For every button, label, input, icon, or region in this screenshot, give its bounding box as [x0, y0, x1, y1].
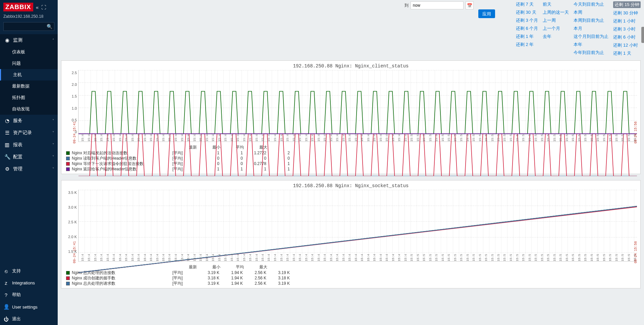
quick-range-link[interactable]: 还剩 30 天	[516, 9, 538, 15]
quick-range-link[interactable]: 本年	[574, 42, 608, 48]
nav-hosts[interactable]: 主机	[0, 69, 58, 80]
calendar-icon[interactable]: 📅	[466, 1, 474, 9]
quick-range-link[interactable]: 还剩 12 小时	[613, 42, 641, 48]
chevron-down-icon: ˅	[52, 119, 54, 123]
bar-icon: ▥	[4, 142, 10, 148]
quick-range-link[interactable]: 上周的这一天	[543, 9, 569, 15]
chevron-down-icon: ˅	[52, 131, 54, 135]
quick-range-link[interactable]: 还剩 6 小时	[613, 34, 641, 40]
search-box: 🔍	[3, 22, 54, 31]
search-icon[interactable]: 🔍	[47, 24, 52, 29]
nav-maps[interactable]: 拓扑图	[0, 92, 58, 103]
quick-range-link[interactable]: 这个月到目前为止	[574, 34, 608, 40]
to-label: 到	[405, 3, 409, 8]
footer-nav: ⎋支持 zIntegrations ?帮助 👤User settings ⏻退出	[0, 265, 58, 325]
wrench-icon: 🔧	[4, 154, 10, 160]
nav-asset[interactable]: ☰资产记录˅	[0, 127, 58, 139]
quick-range-link[interactable]: 本月	[574, 25, 608, 32]
nav-dashboard[interactable]: 仪表板	[0, 46, 58, 58]
chevron-down-icon: ˅	[52, 167, 54, 171]
to-row: 到 📅	[405, 1, 474, 9]
host-label: Zabbix192.168.250.18	[0, 14, 58, 21]
chart-area[interactable]: 3.5 K3.0 K2.5 K2.0 K1.5 K15:41:0015:41:1…	[65, 190, 637, 262]
chevron-down-icon: ˅	[52, 143, 54, 147]
nav-integrations[interactable]: zIntegrations	[0, 277, 58, 289]
integr-icon: z	[3, 280, 9, 286]
nav-logout[interactable]: ⏻退出	[0, 313, 58, 325]
quick-range-link[interactable]: 还剩 1 年	[516, 34, 538, 40]
apply-button[interactable]: 应用	[478, 9, 495, 18]
x-axis: 15:41:0015:41:1015:41:2015:41:3015:41:40…	[78, 134, 637, 142]
nav-latest[interactable]: 最新数据	[0, 80, 58, 92]
collapse-icon[interactable]: «	[36, 4, 39, 10]
quick-range-link[interactable]: 上一周	[543, 17, 569, 23]
main-content: 到 📅 应用 还剩 7 天还剩 30 天还剩 3 个月还剩 6 个月还剩 1 年…	[58, 0, 644, 325]
help-icon: ?	[3, 292, 9, 298]
clock-icon: ◔	[4, 118, 10, 124]
expand-icon[interactable]: ⛶	[41, 4, 46, 10]
quick-range-link[interactable]: 还剩 1 小时	[613, 18, 641, 24]
brand-logo[interactable]: ZABBIX	[3, 3, 33, 11]
nav-report[interactable]: ▥报表˅	[0, 139, 58, 151]
nav-config[interactable]: 🔧配置˅	[0, 151, 58, 163]
quick-range-link[interactable]: 去年	[543, 34, 569, 40]
quick-range-link[interactable]: 还剩 15 分钟	[613, 1, 641, 8]
quick-range-link[interactable]: 还剩 3 个月	[516, 17, 538, 23]
quick-ranges: 还剩 7 天还剩 30 天还剩 3 个月还剩 6 个月还剩 1 年还剩 2 年 …	[516, 1, 641, 56]
x-axis: 15:41:0015:41:1015:41:2015:41:3015:41:40…	[78, 254, 637, 261]
nav-support[interactable]: ⎋支持	[0, 265, 58, 277]
graph-box: 192.168.250.88 Nginx: Nginx_socket_statu…	[61, 180, 641, 288]
chevron-up-icon: ˄	[52, 38, 54, 43]
quick-range-link[interactable]: 还剩 3 小时	[613, 26, 641, 32]
time-controls: 到 📅 应用 还剩 7 天还剩 30 天还剩 3 个月还剩 6 个月还剩 1 年…	[61, 0, 641, 60]
graph-title: 192.168.250.88 Nginx: Nginx_socket_statu…	[65, 183, 637, 188]
quick-range-link[interactable]: 本周到目前为止	[574, 17, 608, 23]
power-icon: ⏻	[3, 316, 9, 322]
quick-range-link[interactable]: 还剩 30 分钟	[613, 10, 641, 16]
nav-admin[interactable]: ⚙管理˅	[0, 163, 58, 175]
plot-area[interactable]: 15:41:0015:41:1015:41:2015:41:3015:41:40…	[78, 190, 637, 262]
nav-monitor[interactable]: ◉ 监测 ˄	[0, 34, 58, 46]
graph-box: 192.168.250.88 Nginx: Nginx_client_statu…	[61, 60, 641, 174]
quick-range-link[interactable]: 还剩 1 天	[613, 50, 641, 56]
to-input[interactable]	[411, 1, 464, 9]
user-icon: 👤	[3, 304, 9, 310]
support-icon: ⎋	[3, 268, 9, 274]
eye-icon: ◉	[4, 37, 10, 43]
scrollbar-thumb[interactable]	[641, 27, 644, 43]
nav-monitor-submenu: 仪表板 问题 主机 最新数据 拓扑图 自动发现	[0, 46, 58, 115]
list-icon: ☰	[4, 130, 10, 136]
nav-help[interactable]: ?帮助	[0, 289, 58, 301]
nav-problems[interactable]: 问题	[0, 58, 58, 69]
nav-usersettings[interactable]: 👤User settings	[0, 301, 58, 313]
svg-line-4	[78, 206, 637, 273]
quick-range-link[interactable]: 今天到目前为止	[574, 1, 608, 7]
plot-area[interactable]: 15:41:0015:41:1015:41:2015:41:3015:41:40…	[78, 70, 637, 142]
chart-area[interactable]: 2.52.01.51.00.5015:41:0015:41:1015:41:20…	[65, 70, 637, 142]
quick-range-link[interactable]: 还剩 7 天	[516, 1, 538, 7]
chevron-down-icon: ˅	[52, 155, 54, 159]
sidebar: ZABBIX « ⛶ Zabbix192.168.250.18 🔍 ◉ 监测 ˄…	[0, 0, 58, 325]
quick-range-link[interactable]: 还剩 6 个月	[516, 25, 538, 32]
quick-range-link[interactable]: 上一个月	[543, 25, 569, 32]
graph-title: 192.168.250.88 Nginx: Nginx_client_statu…	[65, 63, 637, 69]
quick-range-link[interactable]: 今年到目前为止	[574, 50, 608, 56]
nav-discovery[interactable]: 自动发现	[0, 103, 58, 115]
quick-range-link[interactable]: 还剩 2 年	[516, 42, 538, 48]
gear-icon: ⚙	[4, 166, 10, 172]
nav-service[interactable]: ◔服务˅	[0, 115, 58, 127]
quick-range-link[interactable]: 前天	[543, 1, 569, 7]
quick-range-link[interactable]: 本周	[574, 9, 608, 15]
